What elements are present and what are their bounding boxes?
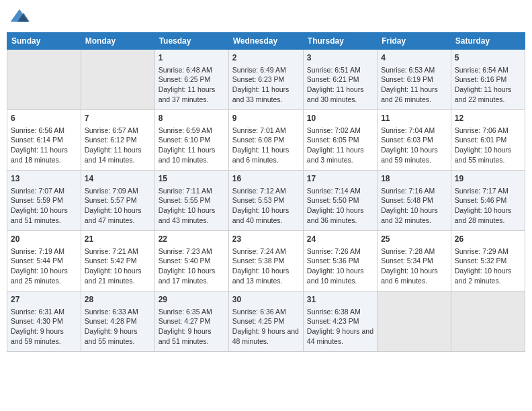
calendar-cell: 4Sunrise: 6:53 AMSunset: 6:19 PMDaylight… [378, 50, 451, 110]
day-number: 18 [381, 173, 447, 185]
cell-line: Daylight: 10 hours and 51 minutes. [11, 205, 77, 225]
day-number: 7 [85, 113, 151, 124]
calendar-cell: 13Sunrise: 7:07 AMSunset: 5:59 PMDayligh… [7, 171, 81, 231]
cell-line: Daylight: 11 hours and 33 minutes. [232, 85, 300, 104]
cell-line: Daylight: 10 hours and 10 minutes. [307, 266, 373, 285]
calendar-cell: 15Sunrise: 7:11 AMSunset: 5:55 PMDayligh… [154, 171, 228, 231]
day-number: 20 [11, 234, 77, 245]
day-number: 15 [159, 173, 225, 185]
calendar-cell [7, 50, 81, 110]
day-number: 29 [159, 294, 225, 306]
cell-line: Daylight: 10 hours and 21 minutes. [85, 266, 151, 285]
calendar-cell: 26Sunrise: 7:29 AMSunset: 5:32 PMDayligh… [451, 231, 525, 291]
cell-line: Sunrise: 7:14 AM [307, 186, 373, 196]
calendar-cell: 12Sunrise: 7:06 AMSunset: 6:01 PMDayligh… [451, 110, 525, 171]
day-number: 8 [159, 113, 225, 124]
calendar-cell: 24Sunrise: 7:26 AMSunset: 5:36 PMDayligh… [303, 231, 377, 291]
cell-line: Sunset: 5:40 PM [159, 256, 225, 266]
cell-line: Sunrise: 7:01 AM [232, 126, 300, 136]
week-row-1: 1Sunrise: 6:48 AMSunset: 6:25 PMDaylight… [7, 50, 525, 110]
day-number: 4 [381, 52, 447, 64]
cell-line: Sunset: 6:14 PM [11, 135, 77, 145]
calendar-cell: 23Sunrise: 7:24 AMSunset: 5:38 PMDayligh… [228, 231, 303, 291]
day-number: 6 [11, 113, 77, 124]
cell-line: Sunrise: 7:16 AM [381, 186, 447, 196]
cell-line: Sunrise: 7:02 AM [307, 126, 373, 136]
calendar-table: SundayMondayTuesdayWednesdayThursdayFrid… [7, 32, 525, 352]
day-number: 30 [232, 294, 300, 306]
week-row-2: 6Sunrise: 6:56 AMSunset: 6:14 PMDaylight… [7, 110, 525, 171]
cell-line: Sunset: 6:21 PM [307, 75, 373, 85]
cell-line: Sunset: 4:28 PM [85, 316, 151, 326]
cell-line: Sunset: 6:19 PM [381, 75, 447, 85]
cell-line: Daylight: 10 hours and 2 minutes. [455, 266, 521, 285]
cell-line: Sunrise: 6:54 AM [455, 65, 521, 75]
day-number: 2 [232, 52, 300, 64]
cell-line: Daylight: 11 hours and 14 minutes. [85, 145, 151, 165]
calendar-cell: 3Sunrise: 6:51 AMSunset: 6:21 PMDaylight… [303, 50, 377, 110]
cell-line: Daylight: 9 hours and 59 minutes. [11, 326, 77, 346]
cell-line: Daylight: 10 hours and 17 minutes. [159, 266, 225, 285]
calendar-cell: 7Sunrise: 6:57 AMSunset: 6:12 PMDaylight… [81, 110, 154, 171]
header-day-sunday: Sunday [7, 33, 81, 50]
cell-line: Sunset: 5:55 PM [159, 195, 225, 205]
cell-line: Daylight: 10 hours and 40 minutes. [232, 205, 300, 225]
cell-line: Sunset: 5:57 PM [85, 195, 151, 205]
cell-line: Sunset: 4:25 PM [232, 316, 300, 326]
cell-line: Daylight: 10 hours and 28 minutes. [455, 205, 521, 225]
cell-line: Daylight: 10 hours and 36 minutes. [307, 205, 373, 225]
cell-line: Daylight: 9 hours and 44 minutes. [307, 326, 373, 346]
calendar-cell: 20Sunrise: 7:19 AMSunset: 5:44 PMDayligh… [7, 231, 81, 291]
day-number: 25 [381, 234, 447, 245]
cell-line: Sunrise: 6:33 AM [85, 307, 151, 317]
cell-line: Daylight: 10 hours and 32 minutes. [381, 205, 447, 225]
calendar-cell [451, 291, 525, 352]
calendar-cell: 28Sunrise: 6:33 AMSunset: 4:28 PMDayligh… [81, 291, 154, 352]
calendar-cell: 19Sunrise: 7:17 AMSunset: 5:46 PMDayligh… [451, 171, 525, 231]
day-number: 3 [307, 52, 373, 64]
cell-line: Sunset: 6:10 PM [159, 135, 225, 145]
day-number: 23 [232, 234, 300, 245]
day-number: 19 [455, 173, 521, 185]
cell-line: Sunrise: 7:21 AM [85, 246, 151, 257]
calendar-cell: 18Sunrise: 7:16 AMSunset: 5:48 PMDayligh… [378, 171, 451, 231]
cell-line: Daylight: 11 hours and 6 minutes. [232, 145, 300, 165]
cell-line: Sunrise: 6:59 AM [159, 126, 225, 136]
day-number: 21 [85, 234, 151, 245]
cell-line: Daylight: 11 hours and 10 minutes. [159, 145, 225, 165]
cell-line: Daylight: 9 hours and 51 minutes. [159, 326, 225, 346]
cell-line: Sunrise: 6:36 AM [232, 307, 300, 317]
cell-line: Sunrise: 6:35 AM [159, 307, 225, 317]
day-number: 16 [232, 173, 300, 185]
cell-line: Daylight: 10 hours and 13 minutes. [232, 266, 300, 285]
calendar-cell [378, 291, 451, 352]
cell-line: Sunrise: 6:56 AM [11, 126, 77, 136]
calendar-cell: 11Sunrise: 7:04 AMSunset: 6:03 PMDayligh… [378, 110, 451, 171]
header-day-friday: Friday [378, 33, 451, 50]
cell-line: Sunrise: 7:11 AM [159, 186, 225, 196]
calendar-cell: 27Sunrise: 6:31 AMSunset: 4:30 PMDayligh… [7, 291, 81, 352]
day-number: 13 [11, 173, 77, 185]
cell-line: Sunrise: 6:38 AM [307, 307, 373, 317]
cell-line: Sunset: 6:12 PM [85, 135, 151, 145]
calendar-cell: 10Sunrise: 7:02 AMSunset: 6:05 PMDayligh… [303, 110, 377, 171]
cell-line: Sunrise: 7:09 AM [85, 186, 151, 196]
day-number: 24 [307, 234, 373, 245]
cell-line: Sunset: 4:30 PM [11, 316, 77, 326]
cell-line: Sunrise: 7:04 AM [381, 126, 447, 136]
cell-line: Sunrise: 7:17 AM [455, 186, 521, 196]
calendar-cell: 8Sunrise: 6:59 AMSunset: 6:10 PMDaylight… [154, 110, 228, 171]
header-day-saturday: Saturday [451, 33, 525, 50]
cell-line: Daylight: 9 hours and 55 minutes. [85, 326, 151, 346]
calendar-cell: 21Sunrise: 7:21 AMSunset: 5:42 PMDayligh… [81, 231, 154, 291]
calendar-cell: 16Sunrise: 7:12 AMSunset: 5:53 PMDayligh… [228, 171, 303, 231]
calendar-cell: 30Sunrise: 6:36 AMSunset: 4:25 PMDayligh… [228, 291, 303, 352]
cell-line: Sunset: 5:59 PM [11, 195, 77, 205]
week-row-3: 13Sunrise: 7:07 AMSunset: 5:59 PMDayligh… [7, 171, 525, 231]
day-number: 17 [307, 173, 373, 185]
cell-line: Sunrise: 6:57 AM [85, 126, 151, 136]
cell-line: Sunrise: 7:07 AM [11, 186, 77, 196]
logo-icon [9, 7, 30, 27]
day-number: 5 [455, 52, 521, 64]
cell-line: Sunset: 5:34 PM [381, 256, 447, 266]
